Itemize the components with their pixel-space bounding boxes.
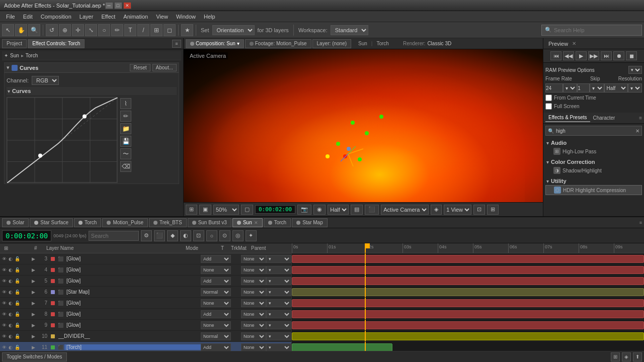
layer-9-mode[interactable]: None xyxy=(201,321,231,329)
transform-widget[interactable] xyxy=(338,144,368,164)
tl-solo[interactable]: ◐ xyxy=(180,230,191,241)
comp-tab-layer[interactable]: Layer: (none) xyxy=(312,39,351,48)
layer-11-parent-link[interactable]: ▾ xyxy=(266,343,291,351)
layer-9-lock[interactable]: 🔓 xyxy=(14,322,20,328)
viewer-fit-btn[interactable]: ▢ xyxy=(241,205,253,215)
menu-composition[interactable]: Composition xyxy=(37,13,75,21)
sun-close[interactable]: ✕ xyxy=(254,220,258,225)
prev-first-frame[interactable]: ⏮ xyxy=(550,51,561,60)
layer-4-eye[interactable]: 👁 xyxy=(1,267,7,273)
search-help-box[interactable]: 🔍 xyxy=(541,25,642,36)
menu-view[interactable]: View xyxy=(152,13,172,21)
ep-menu-btn[interactable]: ≡ xyxy=(639,115,642,121)
prev-stop[interactable]: ◼ xyxy=(626,51,637,60)
timeline-bottom-icon-3[interactable]: ⬆ xyxy=(633,352,642,361)
viewer-render-btn[interactable]: ⬛ xyxy=(365,205,379,215)
tl-tab-sun[interactable]: Sun ✕ xyxy=(232,218,263,227)
ep-clear-icon[interactable]: ✕ xyxy=(635,128,639,134)
skip-input[interactable] xyxy=(577,83,590,93)
layer-8-parent-link[interactable]: ▾ xyxy=(266,310,291,318)
layer-10-lock[interactable]: 🔓 xyxy=(14,333,20,339)
ram-preview-select[interactable]: ▾ xyxy=(628,66,642,74)
layer-4-parent[interactable]: None xyxy=(241,266,266,274)
layer-7-lock[interactable]: 🔓 xyxy=(14,300,20,306)
tl-tab-sun-burst[interactable]: Sun Burst v3 xyxy=(188,218,231,227)
preview-menu[interactable]: ✕ xyxy=(572,41,576,46)
about-btn[interactable]: About... xyxy=(152,64,177,71)
layer-3-expand[interactable]: ▶ xyxy=(30,256,36,262)
viewer-grid-btn[interactable]: ⊞ xyxy=(186,205,197,215)
ep-search-box[interactable]: 🔍 ✕ xyxy=(545,126,642,136)
menu-animation[interactable]: Animation xyxy=(119,13,152,21)
tl-comp-settings[interactable]: ⚙ xyxy=(141,230,152,241)
torch-subtab[interactable]: Torch xyxy=(374,41,390,46)
prev-play[interactable]: ▶ xyxy=(576,51,587,60)
layer-10-parent-link[interactable]: ▾ xyxy=(266,332,291,340)
full-screen-cb[interactable] xyxy=(545,103,552,110)
layer-3-lock[interactable]: 🔓 xyxy=(14,256,20,262)
resolution-select[interactable]: Half Full xyxy=(604,83,628,93)
control-point-8[interactable] xyxy=(343,154,347,158)
channel-select[interactable]: RGB xyxy=(32,76,59,85)
effect-controls-tab[interactable]: Effect Controls: Torch xyxy=(28,39,85,48)
prev-last-frame[interactable]: ⏭ xyxy=(601,51,612,60)
utility-expand[interactable]: ▾ xyxy=(546,178,549,184)
layer-4-parent-link[interactable]: ▾ xyxy=(266,266,291,274)
timeline-tracks[interactable]: 0s 01s 02s 03s 04s 05s 06s 07s 08s 09s 1… xyxy=(292,243,644,351)
quality-select[interactable]: Half Full xyxy=(328,205,349,215)
tl-null-object[interactable]: ⊡ xyxy=(193,230,204,241)
layer-5-eye[interactable]: 👁 xyxy=(1,278,7,284)
tool-rotation[interactable]: ↺ xyxy=(46,24,58,36)
layer-11-eye[interactable]: 👁 xyxy=(1,344,7,350)
audio-group-header[interactable]: ▾ Audio xyxy=(545,139,642,147)
layout-select[interactable]: 1 View xyxy=(444,205,471,215)
layer-8-lock[interactable]: 🔓 xyxy=(14,311,20,317)
utility-group-header[interactable]: ▾ Utility xyxy=(545,177,642,185)
layer-8-parent[interactable]: None xyxy=(241,310,266,318)
layer-3-parent[interactable]: None xyxy=(241,255,266,263)
effects-presets-tab[interactable]: Effects & Presets xyxy=(545,114,590,122)
layer-6-eye[interactable]: 👁 xyxy=(1,289,7,295)
panel-menu-btn[interactable]: ≡ xyxy=(172,40,181,48)
layer-7-expand[interactable]: ▶ xyxy=(30,300,36,306)
layer-11-parent[interactable]: None xyxy=(241,343,266,351)
sun-subtab[interactable]: Sun xyxy=(356,41,369,46)
layer-6-parent[interactable]: None xyxy=(241,288,266,296)
tl-tab-solar[interactable]: Solar xyxy=(2,218,29,227)
curves-graph[interactable] xyxy=(7,97,117,183)
toggle-switches-modes[interactable]: Toggle Switches / Modes xyxy=(2,352,67,361)
workspace-select[interactable]: Standard xyxy=(331,25,368,35)
layer-10-solo[interactable]: ◐ xyxy=(8,333,14,339)
layer-8-expand[interactable]: ▶ xyxy=(30,311,36,317)
curves-save-btn[interactable]: 💾 xyxy=(120,136,131,147)
layer-10-eye[interactable]: 👁 xyxy=(1,333,7,339)
view-select[interactable]: Active Camera xyxy=(381,205,429,215)
menu-effect[interactable]: Effect xyxy=(97,13,119,21)
tl-adjustment[interactable]: ⊙ xyxy=(219,230,230,241)
viewer-snap-btn[interactable]: ◈ xyxy=(431,205,442,215)
viewer-camera-btn[interactable]: 📷 xyxy=(297,205,311,215)
tool-selection[interactable]: ↖ xyxy=(2,24,14,36)
control-point-1[interactable] xyxy=(351,121,355,125)
layer-9-parent-link[interactable]: ▾ xyxy=(266,321,291,329)
layer-11-mode[interactable]: Add xyxy=(201,343,231,351)
layer-6-parent-link[interactable]: ▾ xyxy=(266,288,291,296)
menu-file[interactable]: File xyxy=(2,13,19,21)
color-correction-expand[interactable]: ▾ xyxy=(546,159,549,165)
search-timeline-input[interactable] xyxy=(89,231,139,241)
tl-light[interactable]: ✦ xyxy=(246,230,257,241)
from-current-time-cb[interactable] xyxy=(545,95,552,101)
project-tab[interactable]: Project xyxy=(2,39,27,48)
prev-fwd-frame[interactable]: ▶▶ xyxy=(588,51,599,60)
layer-9-eye[interactable]: 👁 xyxy=(1,322,7,328)
layer-10-parent[interactable]: None xyxy=(241,332,266,340)
character-tab[interactable]: Character xyxy=(590,114,618,122)
viewer-3d-btn[interactable]: ◉ xyxy=(313,205,326,215)
comp-tab-footage[interactable]: Footage: Motion_Pulse xyxy=(245,39,311,48)
curves-edit-btn[interactable]: ⌇ xyxy=(120,98,131,109)
timeline-bottom-icon-1[interactable]: ⊞ xyxy=(611,352,620,361)
layer-4-solo[interactable]: ◐ xyxy=(8,267,14,273)
curves-canvas[interactable] xyxy=(7,98,118,183)
layer-3-parent-link[interactable]: ▾ xyxy=(266,255,291,263)
tl-tab-trek-bts[interactable]: Trek_BTS xyxy=(149,218,187,227)
